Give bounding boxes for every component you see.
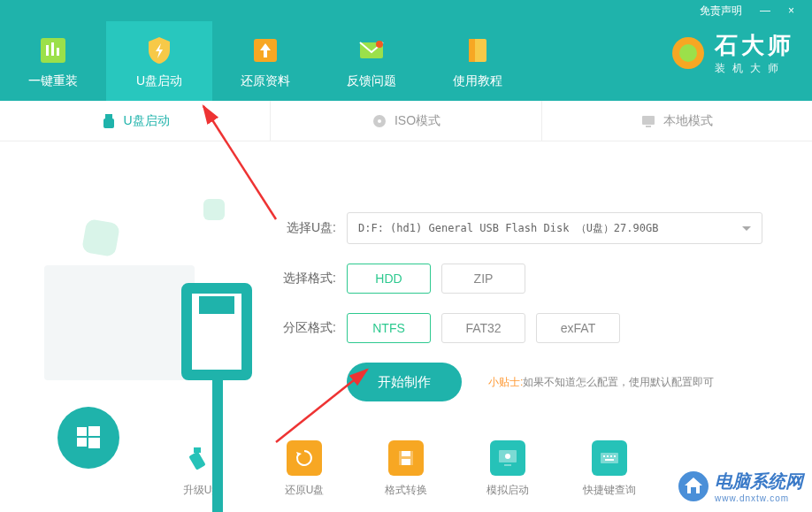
svg-point-13	[378, 119, 381, 123]
svg-point-26	[505, 454, 510, 459]
usb-cable-graphic	[212, 380, 223, 512]
svg-rect-16	[77, 427, 87, 436]
svg-rect-30	[607, 455, 609, 457]
main-nav: 一键重装 U盘启动 还原资料 反馈问题 使用教程 石大师 装机大师	[0, 21, 812, 101]
usb-icon	[101, 113, 117, 129]
monitor-graphic	[44, 265, 195, 380]
svg-rect-21	[188, 451, 205, 470]
watermark: 电脑系统网 www.dnxtw.com	[678, 470, 803, 503]
app-logo: 石大师 装机大师	[669, 30, 794, 76]
usb-drive-dropdown[interactable]: D:F: (hd1) General USB Flash Disk （U盘）27…	[347, 212, 762, 244]
subtab-label: 本地模式	[663, 113, 713, 129]
envelope-icon	[354, 33, 389, 68]
decor-leaf-icon	[203, 199, 225, 220]
nav-label: 一键重装	[28, 73, 78, 89]
svg-rect-24	[402, 459, 410, 465]
svg-rect-14	[642, 116, 655, 125]
nav-label: 反馈问题	[347, 73, 396, 89]
nav-label: U盘启动	[136, 73, 182, 89]
watermark-url: www.dnxtw.com	[715, 493, 803, 503]
tool-simulate-boot[interactable]: 模拟启动	[477, 440, 539, 498]
select-usb-label: 选择U盘:	[274, 220, 336, 236]
nav-one-key-reinstall[interactable]: 一键重装	[0, 21, 106, 101]
nav-usb-boot[interactable]: U盘启动	[106, 21, 212, 101]
svg-rect-2	[51, 42, 54, 56]
svg-rect-18	[77, 438, 87, 447]
monitor-icon	[640, 113, 656, 129]
partition-option-exfat[interactable]: exFAT	[536, 313, 620, 343]
tip-label: 小贴士:	[488, 376, 523, 388]
disc-icon	[372, 113, 387, 129]
svg-rect-17	[88, 426, 100, 436]
partition-option-fat32[interactable]: FAT32	[441, 313, 525, 343]
nav-label: 还原资料	[241, 73, 290, 89]
svg-rect-19	[88, 438, 100, 448]
svg-rect-11	[103, 118, 114, 128]
svg-rect-3	[57, 48, 59, 56]
tool-restore-usb[interactable]: 还原U盘	[273, 440, 335, 498]
select-format-label: 选择格式:	[274, 271, 336, 287]
sub-tabs: U盘启动 ISO模式 本地模式	[0, 101, 812, 141]
keyboard-icon	[592, 440, 627, 476]
tool-label: 快捷键查询	[583, 483, 636, 498]
tool-label: 还原U盘	[285, 483, 325, 498]
main-content: 选择U盘: D:F: (hd1) General USB Flash Disk …	[0, 141, 812, 424]
svg-rect-28	[601, 453, 618, 463]
format-option-hdd[interactable]: HDD	[347, 264, 431, 294]
windows-badge-icon	[57, 407, 119, 469]
partition-format-label: 分区格式:	[274, 320, 336, 336]
svg-rect-10	[105, 114, 112, 118]
illustration	[27, 168, 257, 416]
floppy-icon	[388, 440, 424, 476]
usb-plug-inner	[199, 296, 234, 314]
svg-point-6	[376, 41, 383, 48]
house-icon	[678, 470, 709, 502]
subtab-local-mode[interactable]: 本地模式	[541, 101, 812, 141]
nav-restore-data[interactable]: 还原资料	[212, 21, 318, 101]
close-button[interactable]: ×	[788, 4, 794, 17]
subtab-iso-mode[interactable]: ISO模式	[270, 101, 540, 141]
nav-label: 使用教程	[453, 73, 502, 89]
nav-tutorial[interactable]: 使用教程	[425, 21, 531, 101]
disclaimer-link[interactable]: 免责声明	[700, 4, 742, 19]
form-panel: 选择U盘: D:F: (hd1) General USB Flash Disk …	[257, 168, 777, 416]
svg-rect-1	[46, 45, 49, 56]
subtab-label: U盘启动	[124, 113, 170, 129]
svg-rect-33	[605, 459, 614, 461]
format-option-zip[interactable]: ZIP	[441, 264, 525, 294]
nav-feedback[interactable]: 反馈问题	[318, 21, 425, 101]
book-icon	[460, 33, 495, 68]
svg-rect-8	[469, 39, 475, 62]
tool-label: 格式转换	[385, 483, 427, 498]
shield-bolt-icon	[142, 33, 177, 68]
logo-subtitle: 装机大师	[715, 61, 794, 76]
start-make-button[interactable]: 开始制作	[347, 363, 462, 401]
svg-rect-29	[603, 455, 605, 457]
svg-rect-23	[402, 451, 410, 456]
tool-hotkey-lookup[interactable]: 快捷键查询	[578, 440, 640, 498]
tool-label: 模拟启动	[486, 483, 529, 498]
bar-chart-icon	[35, 33, 71, 68]
watermark-title: 电脑系统网	[715, 470, 803, 493]
svg-rect-32	[614, 455, 616, 457]
minimize-button[interactable]: —	[760, 4, 770, 17]
title-bar: 免责声明 — ×	[0, 0, 812, 21]
decor-leaf-icon	[81, 218, 120, 257]
logo-icon	[669, 34, 708, 73]
partition-option-ntfs[interactable]: NTFS	[347, 313, 431, 343]
logo-title: 石大师	[715, 30, 794, 61]
tool-upgrade-usb[interactable]: 升级U盘	[172, 440, 234, 498]
svg-rect-31	[610, 455, 612, 457]
tool-format-convert[interactable]: 格式转换	[375, 440, 437, 498]
svg-rect-15	[646, 126, 651, 127]
subtab-usb-boot[interactable]: U盘启动	[0, 101, 270, 141]
upload-box-icon	[248, 33, 283, 68]
tip-text-block: 小贴士:如果不知道怎么配置，使用默认配置即可	[488, 375, 714, 390]
svg-rect-27	[504, 464, 511, 466]
restore-usb-icon	[287, 440, 322, 476]
svg-rect-35	[691, 487, 696, 493]
subtab-label: ISO模式	[395, 113, 440, 129]
tip-body: 如果不知道怎么配置，使用默认配置即可	[523, 376, 714, 388]
monitor-play-icon	[490, 440, 525, 476]
